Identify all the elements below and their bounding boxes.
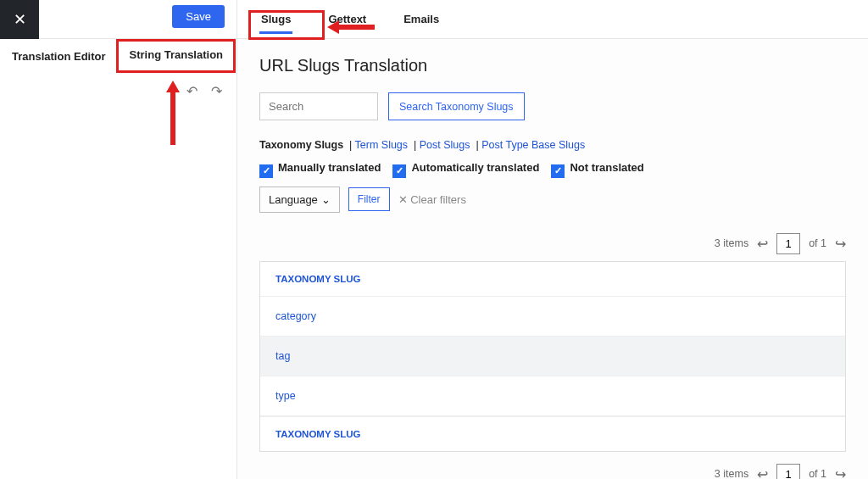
subtab-slugs[interactable]: Slugs [259, 9, 292, 29]
page-input[interactable] [776, 233, 800, 254]
page-of-label: of 1 [809, 468, 826, 479]
checkbox-icon: ✓ [551, 164, 565, 178]
slug-type-post[interactable]: Post Slugs [420, 139, 470, 151]
checkbox-icon: ✓ [392, 164, 406, 178]
check-automatically-translated[interactable]: ✓Automatically translated [392, 161, 539, 178]
close-icon: ✕ [398, 193, 408, 206]
page-prev-icon[interactable]: ↩ [757, 236, 768, 252]
page-title: URL Slugs Translation [259, 56, 846, 75]
page-input[interactable] [776, 464, 800, 480]
slug-type-term[interactable]: Term Slugs [355, 139, 409, 151]
subtab-gettext[interactable]: Gettext [326, 9, 368, 29]
table-header: TAXONOMY SLUG [260, 262, 845, 297]
save-button[interactable]: Save [172, 5, 225, 28]
chevron-down-icon: ⌄ [321, 193, 331, 206]
slug-type-current: Taxonomy Slugs [259, 139, 343, 151]
pager-top: 3 items ↩ of 1 ↪ [259, 233, 846, 254]
slug-type-nav: Taxonomy Slugs | Term Slugs | Post Slugs… [259, 139, 846, 151]
search-taxonomy-button[interactable]: Search Taxonomy Slugs [388, 92, 525, 120]
table-footer: TAXONOMY SLUG [260, 416, 845, 451]
undo-icon[interactable]: ↶ [186, 83, 198, 99]
clear-filters[interactable]: ✕ Clear filters [398, 193, 466, 206]
language-select[interactable]: Language ⌄ [259, 187, 340, 213]
redo-icon[interactable]: ↷ [211, 83, 222, 99]
page-of-label: of 1 [809, 237, 826, 249]
tab-string-translation[interactable]: String Translation [118, 39, 236, 73]
filter-button[interactable]: Filter [348, 187, 390, 211]
check-not-translated[interactable]: ✓Not translated [551, 161, 643, 178]
search-input[interactable] [259, 92, 378, 120]
subtab-emails[interactable]: Emails [402, 9, 441, 29]
pager-bottom: 3 items ↩ of 1 ↪ [259, 464, 846, 480]
tab-translation-editor[interactable]: Translation Editor [0, 39, 118, 73]
page-prev-icon[interactable]: ↩ [757, 466, 768, 480]
check-manually-translated[interactable]: ✓Manually translated [259, 161, 381, 178]
items-count: 3 items [715, 468, 748, 479]
table-row[interactable]: tag [260, 337, 845, 376]
items-count: 3 items [715, 237, 748, 249]
page-next-icon[interactable]: ↪ [835, 466, 846, 480]
page-next-icon[interactable]: ↪ [835, 236, 846, 252]
table-row[interactable]: category [260, 297, 845, 337]
taxonomy-table: TAXONOMY SLUG category tag type TAXONOMY… [259, 261, 846, 452]
close-button[interactable]: ✕ [0, 0, 39, 39]
checkbox-icon: ✓ [259, 164, 273, 178]
close-icon: ✕ [14, 10, 26, 29]
slug-type-post-base[interactable]: Post Type Base Slugs [481, 139, 585, 151]
table-row[interactable]: type [260, 376, 845, 416]
